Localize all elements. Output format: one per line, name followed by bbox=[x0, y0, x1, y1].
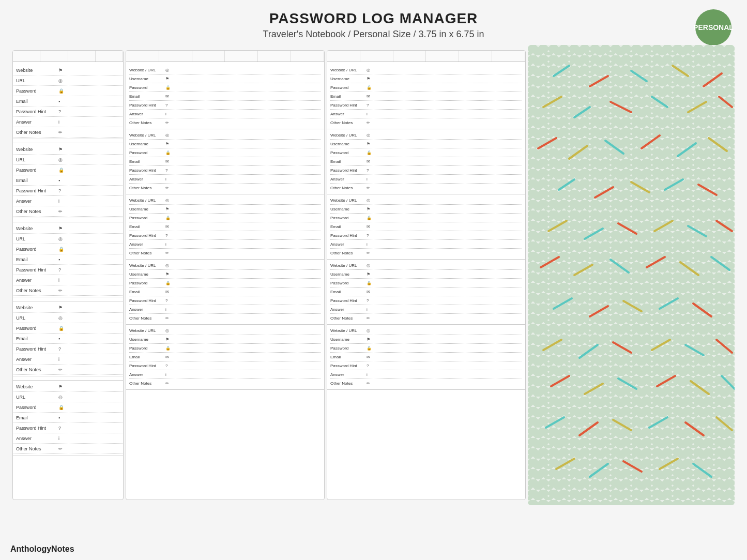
answer-icon: i bbox=[367, 307, 368, 312]
field-label: Username bbox=[330, 77, 367, 81]
top-grid-middle bbox=[126, 51, 324, 62]
field-label: Password Hint bbox=[129, 298, 165, 303]
top-grid-right bbox=[327, 51, 525, 62]
hint-icon: ? bbox=[165, 233, 167, 238]
entry-group: Website / URL◎ Username⚑ Password🔒 Email… bbox=[327, 194, 525, 260]
field-label: Answer bbox=[129, 177, 165, 181]
lock-icon: 🔒 bbox=[367, 150, 372, 155]
chevron-pattern-svg bbox=[528, 45, 735, 505]
right-page-content: Website / URL◎ Username⚑ Password🔒 Email… bbox=[327, 62, 525, 392]
field-label: URL bbox=[16, 236, 58, 241]
answer-icon: i bbox=[367, 242, 368, 247]
field-label: Username bbox=[330, 207, 367, 211]
field-row: Password🔒 bbox=[13, 86, 123, 96]
brand-name: AnthologyNotes bbox=[10, 544, 74, 554]
email-icon: ✉ bbox=[367, 94, 370, 99]
lock-icon: 🔒 bbox=[165, 150, 171, 155]
field-label: Other Notes bbox=[129, 120, 165, 125]
field-row: Other Notes✏ bbox=[129, 249, 321, 258]
field-row: Website / URL◎ bbox=[330, 66, 522, 74]
url-icon: ◎ bbox=[165, 263, 169, 268]
user-icon: ⚑ bbox=[367, 207, 370, 211]
field-row: Website⚑ bbox=[13, 144, 123, 155]
hint-icon: ? bbox=[165, 168, 167, 173]
field-label: Answer bbox=[16, 119, 58, 125]
hint-icon: ? bbox=[165, 364, 167, 368]
separator bbox=[13, 218, 123, 222]
field-label: Email bbox=[330, 290, 367, 294]
field-label: Website / URL bbox=[129, 263, 165, 268]
field-label: Website / URL bbox=[330, 68, 367, 72]
field-row: Answeri bbox=[330, 370, 522, 379]
field-label: Email bbox=[129, 94, 165, 99]
field-row: Email▪ bbox=[13, 96, 123, 107]
grid-cell bbox=[291, 51, 324, 62]
field-label: Other Notes bbox=[330, 316, 367, 321]
hint-icon: ? bbox=[367, 103, 369, 108]
field-row: Password Hint? bbox=[129, 231, 321, 240]
notes-icon: ✏ bbox=[165, 381, 169, 386]
field-row: Email✉ bbox=[129, 287, 321, 296]
entry-group: Website⚑ URL◎ Password🔒 Email▪ Password … bbox=[13, 143, 123, 218]
field-label: Website / URL bbox=[129, 133, 165, 138]
field-row: Email✉ bbox=[129, 157, 321, 166]
email-icon: ▪ bbox=[58, 99, 60, 104]
field-label: Password bbox=[16, 326, 58, 331]
field-label: Other Notes bbox=[330, 186, 367, 190]
field-row: Other Notes✏ bbox=[330, 184, 522, 192]
field-row: Password Hint? bbox=[129, 296, 321, 305]
page-header: PASSWORD LOG MANAGER Traveler's Notebook… bbox=[0, 0, 747, 45]
flag-icon: ⚑ bbox=[58, 384, 63, 389]
field-label: Email bbox=[330, 94, 367, 99]
field-row: Password Hint? bbox=[330, 101, 522, 110]
field-row: Answeri bbox=[13, 196, 123, 206]
field-label: Website / URL bbox=[330, 263, 367, 268]
notes-icon: ✏ bbox=[367, 381, 370, 386]
url-icon: ◎ bbox=[58, 315, 63, 321]
field-label: Other Notes bbox=[129, 251, 165, 255]
field-row: Other Notes✏ bbox=[129, 379, 321, 388]
field-label: Other Notes bbox=[16, 446, 58, 451]
lock-icon: 🔒 bbox=[367, 216, 372, 220]
field-row: Password🔒 bbox=[330, 344, 522, 353]
answer-icon: i bbox=[58, 357, 59, 362]
field-label: Answer bbox=[16, 436, 58, 441]
field-row: Password🔒 bbox=[129, 148, 321, 157]
grid-cell bbox=[13, 51, 40, 62]
user-icon: ⚑ bbox=[165, 272, 169, 277]
field-label: Username bbox=[129, 337, 165, 342]
field-label: Password Hint bbox=[330, 103, 367, 108]
url-icon: ◎ bbox=[58, 157, 63, 162]
field-label: Email bbox=[129, 224, 165, 229]
field-row: Password🔒 bbox=[330, 214, 522, 222]
field-label: URL bbox=[16, 157, 58, 162]
field-label: Other Notes bbox=[330, 251, 367, 255]
field-label: Other Notes bbox=[129, 316, 165, 321]
field-row: Website⚑ bbox=[13, 223, 123, 234]
field-label: Website / URL bbox=[330, 133, 367, 138]
field-label: Password bbox=[129, 216, 165, 220]
personal-badge: PERSONAL bbox=[695, 9, 731, 46]
field-row: Password Hint? bbox=[330, 166, 522, 175]
field-row: Website / URL◎ bbox=[330, 131, 522, 140]
field-row: Password🔒 bbox=[129, 344, 321, 353]
field-row: URL◎ bbox=[13, 234, 123, 244]
grid-cell bbox=[96, 51, 123, 62]
field-label: Username bbox=[129, 272, 165, 277]
field-label: Password Hint bbox=[330, 298, 367, 303]
url-icon: ◎ bbox=[58, 395, 63, 400]
field-label: Password bbox=[129, 346, 165, 351]
url-icon: ◎ bbox=[58, 78, 63, 83]
field-label: Username bbox=[129, 207, 165, 211]
field-row: Username⚑ bbox=[330, 335, 522, 344]
field-label: Other Notes bbox=[330, 120, 367, 125]
field-row: Answeri bbox=[129, 305, 321, 314]
field-row: Answeri bbox=[129, 370, 321, 379]
entry-group: Website / URL◎ Username⚑ Password🔒 Email… bbox=[126, 194, 324, 260]
flag-icon: ⚑ bbox=[58, 305, 63, 310]
field-row: Email✉ bbox=[330, 353, 522, 361]
field-label: Password bbox=[330, 216, 367, 220]
right-content-page: Website / URL◎ Username⚑ Password🔒 Email… bbox=[327, 50, 526, 500]
field-row: Email✉ bbox=[330, 157, 522, 166]
hint-icon: ? bbox=[165, 103, 167, 108]
